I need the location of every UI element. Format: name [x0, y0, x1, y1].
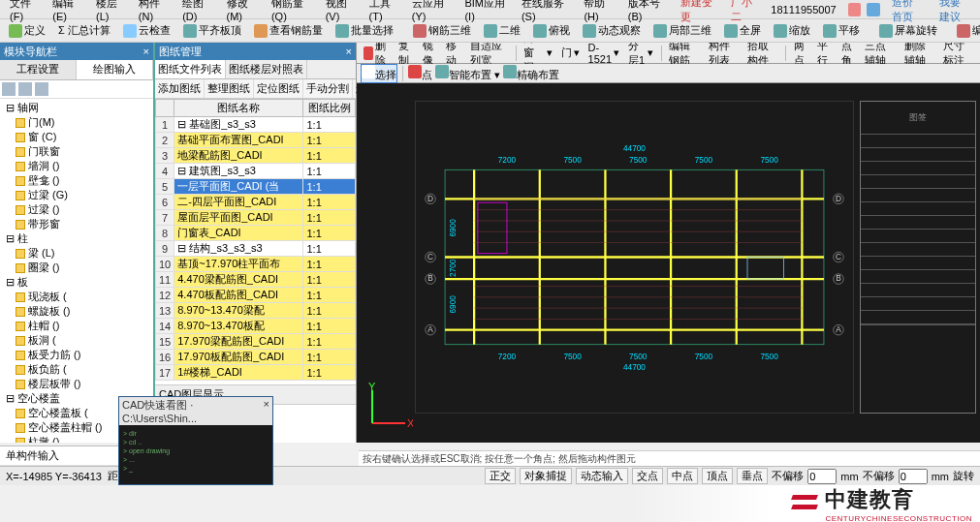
drawing-row[interactable]: 7 屋面层平面图_CADI1:1: [156, 210, 356, 226]
tool-cloud-check[interactable]: 云检查: [118, 21, 175, 40]
drawing-row[interactable]: 2 基础平面布置图_CADI1:1: [156, 133, 356, 148]
tab-drawing-list[interactable]: 图纸文件列表: [155, 60, 226, 78]
tool-rebar-3d[interactable]: 钢筋三维: [408, 21, 476, 40]
drawing-canvas[interactable]: 删除 复制 镜像 移动 自适应列宽 门窗洞 ▾ 门 ▾ D-1521 ▾ 分层1…: [357, 43, 980, 443]
offset-b-input[interactable]: [899, 469, 928, 484]
tool-batch-select[interactable]: 批量选择: [331, 21, 398, 40]
tool-local-3d[interactable]: 局部三维: [648, 21, 716, 40]
ctb-door-code[interactable]: D-1521 ▾: [585, 43, 622, 66]
ctb-door[interactable]: 门 ▾: [558, 45, 583, 61]
tree-node[interactable]: 门联窗: [2, 144, 151, 159]
drawing-row[interactable]: 16 17.970板配筋图_CADI1:1: [156, 350, 356, 365]
menu-bim[interactable]: BIM应用(I): [458, 0, 515, 22]
drawing-row[interactable]: 12 4.470板配筋图_CADI1:1: [156, 288, 356, 303]
command-line[interactable]: 按右键确认选择或ESC取消; 按任意一个角点; 然后拖动构件图元: [359, 450, 980, 466]
tree-node[interactable]: ⊟ 柱: [2, 231, 151, 246]
snap-end[interactable]: 顶点: [702, 468, 733, 484]
menu-cloud[interactable]: 云应用(Y): [406, 0, 459, 22]
ctb2-precise[interactable]: 精确布置: [503, 65, 559, 82]
tree-node[interactable]: 板受力筋 (): [2, 348, 151, 362]
tree-node[interactable]: 楼层板带 (): [2, 377, 151, 391]
tree-node[interactable]: 过梁 (): [2, 202, 151, 217]
ctb2-select[interactable]: 选择: [361, 64, 397, 83]
menu-help[interactable]: 帮助(H): [578, 0, 621, 22]
tool-define[interactable]: 定义: [4, 21, 50, 40]
snap-osnap[interactable]: 对象捕捉: [520, 468, 572, 484]
tree-node[interactable]: 门(M): [2, 115, 151, 130]
drawing-row[interactable]: 5 一层平面图_CADI (当1:1: [156, 179, 356, 195]
tree-expand-icon[interactable]: [2, 82, 16, 96]
drawing-row[interactable]: 10 基顶~17.970柱平面布1:1: [156, 257, 356, 272]
bell-icon[interactable]: [848, 3, 861, 16]
drawing-row[interactable]: 3 地梁配筋图_CADI1:1: [156, 148, 356, 164]
menu-draw[interactable]: 绘图(D): [176, 0, 220, 22]
snap-dyn[interactable]: 动态输入: [576, 468, 628, 484]
drawing-row[interactable]: 13 8.970~13.470梁配1:1: [156, 303, 356, 319]
tab-drawing-map[interactable]: 图纸楼层对照表: [226, 60, 307, 78]
menu-view[interactable]: 视图(V): [320, 0, 364, 22]
floor-plan[interactable]: DC BA DC BA 72007500 75007500 750044700 …: [415, 101, 854, 414]
tree-node[interactable]: 墙洞 (): [2, 159, 151, 173]
taskbar-preview[interactable]: CAD快速看图 · C:\Users\Shin... × > dir> cd .…: [118, 396, 273, 485]
ctb2-smart[interactable]: 智能布置 ▾: [435, 65, 500, 82]
component-tree[interactable]: ⊟ 轴网门(M)窗 (C)门联窗墙洞 ()壁龛 ()过梁 (G)过梁 ()带形窗…: [0, 99, 153, 443]
menu-file[interactable]: 文件(F): [4, 0, 47, 22]
drawing-row[interactable]: 15 17.970梁配筋图_CADI1:1: [156, 334, 356, 350]
menu-member[interactable]: 构件(N): [133, 0, 176, 22]
tool-2d[interactable]: 二维: [479, 21, 525, 40]
tool-edit-rebar[interactable]: 编辑钢筋: [952, 21, 980, 40]
snap-ortho[interactable]: 正交: [485, 468, 516, 484]
snap-int[interactable]: 交点: [632, 468, 663, 484]
tree-node[interactable]: ⊟ 板: [2, 275, 151, 290]
menu-tools[interactable]: 工具(T): [364, 0, 406, 22]
drawing-row[interactable]: 6 二-四层平面图_CADI1:1: [156, 195, 356, 210]
tree-node[interactable]: 壁龛 (): [2, 173, 151, 188]
menu-modify[interactable]: 修改(M): [221, 0, 266, 22]
drawing-row[interactable]: 4⊟ 建筑图_s3_s31:1: [156, 164, 356, 179]
drawing-row[interactable]: 17 1#楼梯_CADI1:1: [156, 365, 356, 381]
tree-node[interactable]: 过梁 (G): [2, 188, 151, 202]
tool-slab-top[interactable]: 平齐板顶: [178, 21, 246, 40]
tab-draw-input[interactable]: 绘图输入: [77, 60, 153, 79]
menu-rebar[interactable]: 钢筋量(Q): [266, 0, 320, 22]
price-home-link[interactable]: 造价首页: [886, 0, 929, 24]
tool-zoom[interactable]: 缩放: [769, 21, 815, 40]
tree-node[interactable]: 柱帽 (): [2, 319, 151, 333]
subtab-locate[interactable]: 定位图纸: [254, 79, 303, 98]
offset-a-input[interactable]: [807, 469, 837, 484]
tab-project[interactable]: 工程设置: [0, 60, 77, 79]
snap-mid[interactable]: 中点: [667, 468, 698, 484]
tree-node[interactable]: ⊟ 轴网: [2, 101, 151, 115]
tree-node[interactable]: 板洞 (: [2, 333, 151, 348]
snap-perp[interactable]: 垂点: [737, 468, 768, 484]
menu-new-change[interactable]: 新建变更: [675, 0, 724, 24]
tree-node[interactable]: 圈梁 (): [2, 261, 151, 275]
tree-node[interactable]: 梁 (L): [2, 246, 151, 261]
tool-fullscreen[interactable]: 全屏: [719, 21, 766, 40]
tool-orbit[interactable]: 动态观察: [578, 21, 646, 40]
menu-user[interactable]: 广小二: [725, 0, 766, 24]
drawing-row[interactable]: 14 8.970~13.470板配1:1: [156, 319, 356, 334]
menu-online[interactable]: 在线服务(S): [516, 0, 579, 22]
tool-top-view[interactable]: 俯视: [528, 21, 575, 40]
tool-pan[interactable]: 平移: [818, 21, 865, 40]
drawing-row[interactable]: 11 4.470梁配筋图_CADI1:1: [156, 272, 356, 288]
menu-edit[interactable]: 编辑(E): [47, 0, 90, 22]
menu-floor[interactable]: 楼层(L): [90, 0, 133, 22]
drawing-row[interactable]: 1⊟ 基础图_s3_s31:1: [156, 117, 356, 133]
subtab-split[interactable]: 手动分割: [303, 79, 353, 98]
print-icon[interactable]: [867, 3, 879, 16]
tree-node[interactable]: 现浇板 (: [2, 290, 151, 304]
suggest-link[interactable]: 我要建议: [933, 0, 976, 24]
tree-node[interactable]: 螺旋板 (): [2, 304, 151, 319]
drawing-row[interactable]: 8 门窗表_CADI1:1: [156, 226, 356, 241]
subtab-add[interactable]: 添加图纸: [155, 79, 205, 98]
drawing-grid[interactable]: 图纸名称 图纸比例 1⊟ 基础图_s3_s31:12 基础平面布置图_CADI1…: [155, 99, 356, 381]
subtab-sort[interactable]: 整理图纸: [205, 79, 254, 98]
task-preview-close-icon[interactable]: ×: [264, 398, 269, 424]
tool-rebar-qty[interactable]: 查看钢筋量: [249, 21, 328, 40]
tree-node[interactable]: 窗 (C): [2, 130, 151, 144]
panel-close-icon[interactable]: ×: [143, 43, 149, 60]
tree-node[interactable]: 板负筋 (: [2, 362, 151, 377]
tree-node[interactable]: 带形窗: [2, 217, 151, 231]
